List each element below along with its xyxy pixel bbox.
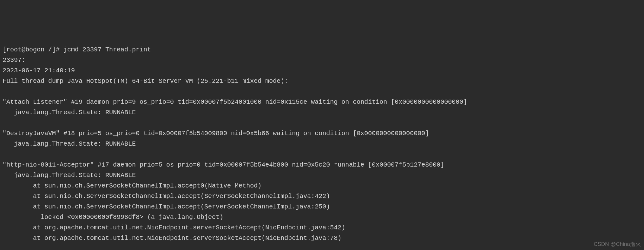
- terminal-output: [root@bogon /]# jcmd 23397 Thread.print2…: [3, 44, 641, 243]
- terminal-line: 23397:: [3, 55, 641, 65]
- terminal-line: "http-nio-8011-Acceptor" #17 daemon prio…: [3, 160, 641, 170]
- terminal-line: at org.apache.tomcat.util.net.NioEndpoin…: [3, 222, 641, 233]
- terminal-line: java.lang.Thread.State: RUNNABLE: [3, 107, 641, 118]
- terminal-line: Full thread dump Java HotSpot(TM) 64-Bit…: [3, 76, 641, 86]
- terminal-line: at sun.nio.ch.ServerSocketChannelImpl.ac…: [3, 191, 641, 201]
- terminal-line: java.lang.Thread.State: RUNNABLE: [3, 139, 641, 149]
- terminal-line: [3, 149, 641, 160]
- terminal-line: [root@bogon /]# jcmd 23397 Thread.print: [3, 44, 641, 55]
- terminal-line: at sun.nio.ch.ServerSocketChannelImpl.ac…: [3, 201, 641, 212]
- terminal-line: "Attach Listener" #19 daemon prio=9 os_p…: [3, 97, 641, 107]
- terminal-line: "DestroyJavaVM" #18 prio=5 os_prio=0 tid…: [3, 128, 641, 139]
- terminal-line: at org.apache.tomcat.util.net.NioEndpoin…: [3, 233, 641, 243]
- terminal-line: [3, 86, 641, 97]
- terminal-line: [3, 118, 641, 128]
- terminal-line: 2023-06-17 21:40:19: [3, 65, 641, 76]
- watermark-text: CSDN @China渔火: [594, 240, 641, 249]
- terminal-line: at sun.nio.ch.ServerSocketChannelImpl.ac…: [3, 181, 641, 191]
- terminal-line: java.lang.Thread.State: RUNNABLE: [3, 170, 641, 181]
- terminal-line: - locked <0x00000000f8998df8> (a java.la…: [3, 212, 641, 222]
